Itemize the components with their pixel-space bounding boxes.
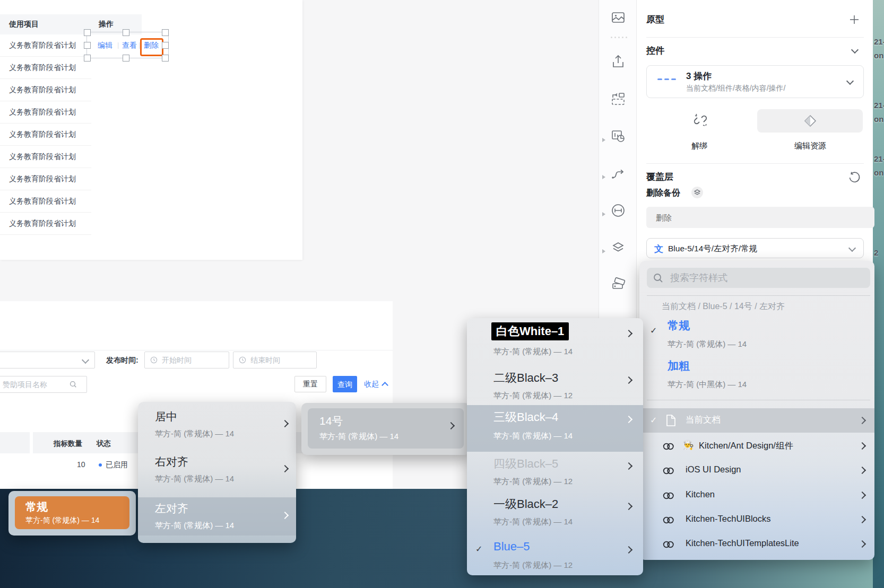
selection-handle[interactable] xyxy=(123,55,129,62)
column-header-status: 状态 xyxy=(97,439,111,449)
edit-resource-button[interactable] xyxy=(757,109,863,133)
layers-badge-icon[interactable] xyxy=(691,187,703,198)
chevron-right-icon xyxy=(859,417,866,424)
plus-icon[interactable] xyxy=(849,14,860,25)
doc-label: Kitchen/Ant Design/组件 xyxy=(699,440,793,452)
selection-handle[interactable] xyxy=(84,42,91,49)
chart-widget-icon[interactable] xyxy=(610,128,626,144)
table-row[interactable]: 义务教育阶段省计划 xyxy=(0,213,302,235)
table-row[interactable]: 义务教育阶段省计划 xyxy=(0,190,302,213)
clock-icon xyxy=(150,356,158,364)
table-row[interactable]: 义务教育阶段省计划 xyxy=(0,101,302,124)
status-dot xyxy=(99,463,102,467)
selection-handle[interactable] xyxy=(162,29,169,36)
reset-button[interactable]: 重置 xyxy=(294,376,326,392)
doc-row[interactable]: iOS UI Design xyxy=(639,460,874,481)
doc-label: Kitchen xyxy=(686,489,715,499)
component-icon xyxy=(657,78,676,80)
slice-icon[interactable] xyxy=(610,91,626,107)
table-row[interactable]: 义务教育阶段省计划 xyxy=(0,146,302,168)
style-option-bold[interactable]: 加粗 xyxy=(668,358,690,373)
component-instance-card[interactable]: 3 操作 当前文档/组件/表格/内容/操作/ xyxy=(646,65,864,98)
delete-backup-input[interactable] xyxy=(646,207,874,228)
prototype-section-title: 原型 xyxy=(646,13,664,25)
caret-up-icon xyxy=(382,382,388,389)
measure-icon[interactable] xyxy=(610,203,626,218)
style-breadcrumb: 当前文档 / Blue-5 / 14号 / 左对齐 xyxy=(662,301,785,312)
doc-row-current[interactable]: ✓ 当前文档 xyxy=(639,408,874,433)
doc-emoji: 👨‍🍳 xyxy=(683,440,694,450)
divider xyxy=(0,350,393,350)
canvas-cut-label: 21- xyxy=(874,101,884,110)
selection-handle[interactable] xyxy=(162,55,169,62)
text-style-selector[interactable]: 文 Blue-5/14号/左对齐/常规 xyxy=(646,238,864,258)
component-title: 3 操作 xyxy=(686,70,712,82)
flyout-indicator xyxy=(602,212,605,216)
doc-label: iOS UI Design xyxy=(686,464,741,475)
table-row[interactable]: 义务教育阶段省计划 xyxy=(0,168,302,190)
style-search-input[interactable] xyxy=(647,268,870,288)
selection-handle[interactable] xyxy=(84,29,91,36)
unlink-icon[interactable] xyxy=(693,112,708,127)
doc-label: Kitchen-TechUITemplatesLite xyxy=(686,538,799,548)
edit-resource-label[interactable]: 编辑资源 xyxy=(794,141,826,151)
menu-item-black-4[interactable]: 三级Black–4 苹方-简 (常规体) — 14 xyxy=(467,405,643,452)
menu-item-regular[interactable]: 常规 苹方-简 (常规体) — 14 xyxy=(15,496,129,529)
selection-handle[interactable] xyxy=(162,42,169,49)
filter-select[interactable] xyxy=(0,352,95,368)
table-row[interactable]: 义务教育阶段省计划 xyxy=(0,57,302,79)
search-icon xyxy=(70,381,77,388)
chevron-right-icon xyxy=(281,512,289,519)
layers-icon[interactable] xyxy=(610,240,626,256)
status-cell: 已启用 xyxy=(106,460,128,470)
link-separator: | xyxy=(117,41,119,49)
link-icon xyxy=(662,466,675,476)
unbind-label[interactable]: 解绑 xyxy=(691,141,707,151)
text-style-value: Blue-5/14号/左对齐/常规 xyxy=(668,243,757,254)
project-name-input[interactable]: 赞助项目名称 xyxy=(0,376,87,393)
result-header-bar xyxy=(0,432,30,453)
link-icon xyxy=(662,490,675,501)
connector-icon[interactable] xyxy=(610,165,626,181)
link-icon xyxy=(662,441,675,452)
image-icon[interactable] xyxy=(610,10,626,25)
chevron-right-icon xyxy=(625,546,632,554)
link-icon xyxy=(662,515,675,525)
doc-row[interactable]: Kitchen xyxy=(639,485,874,506)
table-row[interactable]: 义务教育阶段省计划 xyxy=(0,124,302,146)
selection-handle[interactable] xyxy=(84,55,91,62)
style-option-regular[interactable]: 常规 xyxy=(668,318,690,333)
revert-icon[interactable] xyxy=(848,171,861,183)
end-time-input[interactable]: 结束时间 xyxy=(233,352,317,368)
style-option-regular-sub: 苹方-简 (常规体) — 14 xyxy=(668,339,747,349)
check-icon: ✓ xyxy=(650,415,657,425)
chevron-right-icon xyxy=(859,540,866,548)
check-icon: ✓ xyxy=(650,326,657,336)
doc-row[interactable]: Kitchen-TechUIBlocks xyxy=(639,510,874,531)
chevron-down-icon xyxy=(848,244,856,252)
doc-row[interactable]: 👨‍🍳 Kitchen/Ant Design/组件 xyxy=(639,436,874,457)
table-row[interactable]: 义务教育阶段省计划 xyxy=(0,79,302,101)
menu-item-left-align[interactable]: 左对齐 苹方-简 (常规体) — 14 xyxy=(138,497,296,536)
canvas-cut-label: 2 xyxy=(874,248,878,257)
selection-handle[interactable] xyxy=(123,29,129,36)
context-menu-alignment: 居中 苹方-简 (常规体) — 14 右对齐 苹方-简 (常规体) — 14 左… xyxy=(138,402,296,543)
export-icon[interactable] xyxy=(610,54,626,70)
start-time-input[interactable]: 开始时间 xyxy=(144,352,229,368)
component-path: 当前文档/组件/表格/内容/操作/ xyxy=(686,84,785,93)
collapse-toggle[interactable]: 收起 xyxy=(364,380,386,389)
edit-link[interactable]: 编辑 xyxy=(98,41,112,50)
swatch-icon[interactable] xyxy=(610,277,626,293)
flyout-indicator xyxy=(602,249,605,253)
text-style-icon: 文 xyxy=(654,243,663,255)
delete-backup-label: 删除备份 xyxy=(646,188,680,199)
menu-item-14[interactable]: 14号 苹方-简 (常规体) — 14 xyxy=(308,408,464,449)
query-button[interactable]: 查询 xyxy=(333,376,357,392)
flyout-indicator xyxy=(602,138,605,142)
metric-count-cell: 10 xyxy=(77,460,85,469)
chevron-right-icon xyxy=(625,503,632,510)
diamond-icon xyxy=(803,114,817,128)
view-link[interactable]: 查看 xyxy=(122,41,137,50)
canvas-cut-label: 21- xyxy=(874,154,884,163)
doc-row[interactable]: Kitchen-TechUITemplatesLite xyxy=(639,534,874,555)
